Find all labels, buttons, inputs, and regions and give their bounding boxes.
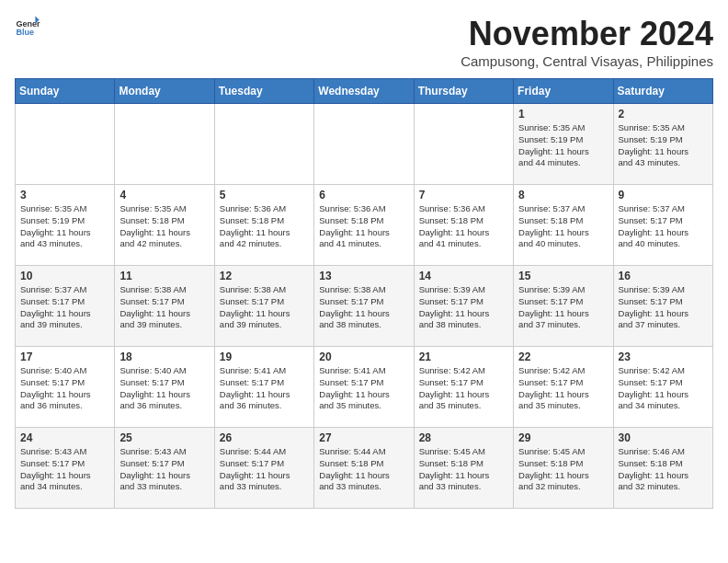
calendar-cell: 15Sunrise: 5:39 AM Sunset: 5:17 PM Dayli… xyxy=(514,266,613,347)
weekday-header-row: SundayMondayTuesdayWednesdayThursdayFrid… xyxy=(16,79,713,104)
generalblue-logo-icon: General Blue xyxy=(15,15,40,40)
calendar-week-row: 1Sunrise: 5:35 AM Sunset: 5:19 PM Daylig… xyxy=(16,104,713,185)
day-number: 17 xyxy=(20,350,109,363)
calendar-cell: 24Sunrise: 5:43 AM Sunset: 5:17 PM Dayli… xyxy=(16,428,115,509)
day-info: Sunrise: 5:44 AM Sunset: 5:17 PM Dayligh… xyxy=(220,446,309,493)
day-number: 20 xyxy=(319,350,408,363)
day-number: 10 xyxy=(20,270,109,282)
calendar-cell: 1Sunrise: 5:35 AM Sunset: 5:19 PM Daylig… xyxy=(514,104,613,185)
calendar-cell: 2Sunrise: 5:35 AM Sunset: 5:19 PM Daylig… xyxy=(613,104,712,185)
calendar-cell: 20Sunrise: 5:41 AM Sunset: 5:17 PM Dayli… xyxy=(314,347,414,428)
calendar-cell: 28Sunrise: 5:45 AM Sunset: 5:18 PM Dayli… xyxy=(414,428,513,509)
day-number: 12 xyxy=(220,270,309,282)
calendar-cell: 21Sunrise: 5:42 AM Sunset: 5:17 PM Dayli… xyxy=(414,347,513,428)
day-info: Sunrise: 5:37 AM Sunset: 5:18 PM Dayligh… xyxy=(518,203,608,250)
calendar-cell: 5Sunrise: 5:36 AM Sunset: 5:18 PM Daylig… xyxy=(214,185,313,266)
day-number: 14 xyxy=(419,270,508,282)
weekday-header-sunday: Sunday xyxy=(16,79,115,104)
location-subtitle: Campusong, Central Visayas, Philippines xyxy=(461,53,713,69)
day-number: 3 xyxy=(20,189,109,201)
calendar-cell: 16Sunrise: 5:39 AM Sunset: 5:17 PM Dayli… xyxy=(613,266,712,347)
calendar-week-row: 10Sunrise: 5:37 AM Sunset: 5:17 PM Dayli… xyxy=(16,266,713,347)
day-info: Sunrise: 5:39 AM Sunset: 5:17 PM Dayligh… xyxy=(518,284,608,331)
calendar-cell: 22Sunrise: 5:42 AM Sunset: 5:17 PM Dayli… xyxy=(514,347,613,428)
calendar-cell: 4Sunrise: 5:35 AM Sunset: 5:18 PM Daylig… xyxy=(115,185,214,266)
day-info: Sunrise: 5:36 AM Sunset: 5:18 PM Dayligh… xyxy=(419,203,508,250)
svg-text:Blue: Blue xyxy=(16,28,34,37)
day-number: 8 xyxy=(518,189,608,201)
day-number: 2 xyxy=(619,108,708,121)
day-number: 25 xyxy=(119,431,209,444)
calendar-week-row: 24Sunrise: 5:43 AM Sunset: 5:17 PM Dayli… xyxy=(16,428,713,509)
day-info: Sunrise: 5:46 AM Sunset: 5:18 PM Dayligh… xyxy=(619,446,708,493)
day-number: 19 xyxy=(220,350,309,363)
day-info: Sunrise: 5:45 AM Sunset: 5:18 PM Dayligh… xyxy=(518,446,608,493)
day-info: Sunrise: 5:40 AM Sunset: 5:17 PM Dayligh… xyxy=(20,365,109,412)
day-number: 16 xyxy=(619,270,708,282)
day-info: Sunrise: 5:42 AM Sunset: 5:17 PM Dayligh… xyxy=(619,365,708,412)
calendar-cell: 19Sunrise: 5:41 AM Sunset: 5:17 PM Dayli… xyxy=(214,347,313,428)
logo: General Blue xyxy=(15,15,40,40)
calendar-cell: 10Sunrise: 5:37 AM Sunset: 5:17 PM Dayli… xyxy=(16,266,115,347)
day-number: 21 xyxy=(419,350,508,363)
day-number: 22 xyxy=(518,350,608,363)
calendar-cell: 18Sunrise: 5:40 AM Sunset: 5:17 PM Dayli… xyxy=(115,347,214,428)
day-number: 6 xyxy=(319,189,408,201)
weekday-header-saturday: Saturday xyxy=(613,79,712,104)
weekday-header-tuesday: Tuesday xyxy=(214,79,313,104)
calendar-cell: 12Sunrise: 5:38 AM Sunset: 5:17 PM Dayli… xyxy=(214,266,313,347)
calendar-cell: 7Sunrise: 5:36 AM Sunset: 5:18 PM Daylig… xyxy=(414,185,513,266)
day-info: Sunrise: 5:42 AM Sunset: 5:17 PM Dayligh… xyxy=(518,365,608,412)
day-info: Sunrise: 5:41 AM Sunset: 5:17 PM Dayligh… xyxy=(220,365,309,412)
calendar-cell: 9Sunrise: 5:37 AM Sunset: 5:17 PM Daylig… xyxy=(613,185,712,266)
day-info: Sunrise: 5:38 AM Sunset: 5:17 PM Dayligh… xyxy=(119,284,209,331)
day-info: Sunrise: 5:35 AM Sunset: 5:18 PM Dayligh… xyxy=(119,203,209,250)
day-info: Sunrise: 5:35 AM Sunset: 5:19 PM Dayligh… xyxy=(518,122,608,169)
day-info: Sunrise: 5:35 AM Sunset: 5:19 PM Dayligh… xyxy=(20,203,109,250)
day-info: Sunrise: 5:38 AM Sunset: 5:17 PM Dayligh… xyxy=(220,284,309,331)
calendar-cell: 14Sunrise: 5:39 AM Sunset: 5:17 PM Dayli… xyxy=(414,266,513,347)
title-block: November 2024 Campusong, Central Visayas… xyxy=(461,15,713,69)
calendar-cell: 8Sunrise: 5:37 AM Sunset: 5:18 PM Daylig… xyxy=(514,185,613,266)
calendar-cell xyxy=(414,104,513,185)
calendar-cell: 23Sunrise: 5:42 AM Sunset: 5:17 PM Dayli… xyxy=(613,347,712,428)
calendar-cell: 27Sunrise: 5:44 AM Sunset: 5:18 PM Dayli… xyxy=(314,428,414,509)
day-info: Sunrise: 5:37 AM Sunset: 5:17 PM Dayligh… xyxy=(20,284,109,331)
calendar-cell: 25Sunrise: 5:43 AM Sunset: 5:17 PM Dayli… xyxy=(115,428,214,509)
day-info: Sunrise: 5:36 AM Sunset: 5:18 PM Dayligh… xyxy=(319,203,408,250)
page-header: General Blue November 2024 Campusong, Ce… xyxy=(15,15,713,69)
day-number: 9 xyxy=(619,189,708,201)
calendar-cell: 11Sunrise: 5:38 AM Sunset: 5:17 PM Dayli… xyxy=(115,266,214,347)
day-number: 13 xyxy=(319,270,408,282)
calendar-cell xyxy=(115,104,214,185)
day-number: 26 xyxy=(220,431,309,444)
day-info: Sunrise: 5:37 AM Sunset: 5:17 PM Dayligh… xyxy=(619,203,708,250)
day-number: 11 xyxy=(119,270,209,282)
calendar-cell: 26Sunrise: 5:44 AM Sunset: 5:17 PM Dayli… xyxy=(214,428,313,509)
calendar-cell: 29Sunrise: 5:45 AM Sunset: 5:18 PM Dayli… xyxy=(514,428,613,509)
day-number: 7 xyxy=(419,189,508,201)
day-info: Sunrise: 5:44 AM Sunset: 5:18 PM Dayligh… xyxy=(319,446,408,493)
month-year-title: November 2024 xyxy=(461,15,713,53)
weekday-header-wednesday: Wednesday xyxy=(314,79,414,104)
day-info: Sunrise: 5:41 AM Sunset: 5:17 PM Dayligh… xyxy=(319,365,408,412)
weekday-header-monday: Monday xyxy=(115,79,214,104)
calendar-cell: 3Sunrise: 5:35 AM Sunset: 5:19 PM Daylig… xyxy=(16,185,115,266)
day-number: 15 xyxy=(518,270,608,282)
day-number: 23 xyxy=(619,350,708,363)
day-info: Sunrise: 5:38 AM Sunset: 5:17 PM Dayligh… xyxy=(319,284,408,331)
day-info: Sunrise: 5:45 AM Sunset: 5:18 PM Dayligh… xyxy=(419,446,508,493)
calendar-table: SundayMondayTuesdayWednesdayThursdayFrid… xyxy=(15,78,713,509)
calendar-cell: 6Sunrise: 5:36 AM Sunset: 5:18 PM Daylig… xyxy=(314,185,414,266)
day-info: Sunrise: 5:39 AM Sunset: 5:17 PM Dayligh… xyxy=(419,284,508,331)
day-info: Sunrise: 5:35 AM Sunset: 5:19 PM Dayligh… xyxy=(619,122,708,169)
day-number: 18 xyxy=(119,350,209,363)
day-number: 1 xyxy=(518,108,608,121)
calendar-cell: 17Sunrise: 5:40 AM Sunset: 5:17 PM Dayli… xyxy=(16,347,115,428)
day-info: Sunrise: 5:43 AM Sunset: 5:17 PM Dayligh… xyxy=(20,446,109,493)
calendar-cell xyxy=(314,104,414,185)
calendar-cell xyxy=(16,104,115,185)
day-info: Sunrise: 5:39 AM Sunset: 5:17 PM Dayligh… xyxy=(619,284,708,331)
day-number: 5 xyxy=(220,189,309,201)
weekday-header-thursday: Thursday xyxy=(414,79,513,104)
